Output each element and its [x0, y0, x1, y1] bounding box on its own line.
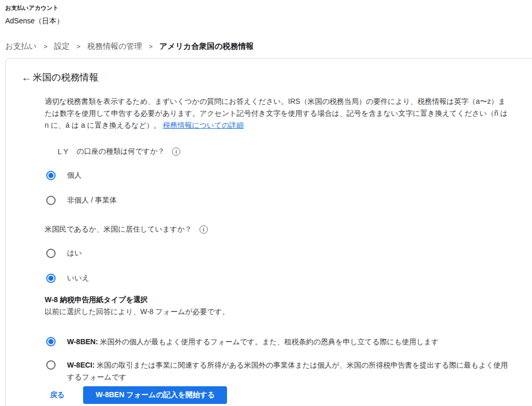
intro-text: 適切な税務書類を表示するため、まずいくつかの質問にお答えください。IRS（米国の…	[45, 97, 508, 129]
radio-icon[interactable]	[46, 337, 56, 346]
start-w8ben-form-button[interactable]: W-8BEN フォームの記入を開始する	[83, 386, 227, 404]
radio-option-w8eci[interactable]: W-8ECI: 米国の取引または事業に関連する所得がある米国外の事業体または個人…	[46, 359, 512, 383]
tax-info-details-link[interactable]: 税務情報についての詳細	[163, 121, 244, 129]
radio-icon[interactable]	[46, 360, 56, 370]
question-account-type-text: の口座の種類は何ですか？	[76, 147, 165, 156]
radio-label: W-8BEN: 米国外の個人が最もよく使用するフォームです。また、租税条約の恩典…	[67, 336, 438, 348]
page-title: 米国の税務情報	[33, 71, 98, 84]
breadcrumb-payments[interactable]: お支払い	[5, 42, 37, 51]
radio-label: いいえ	[67, 274, 89, 283]
card-content: 適切な税務書類を表示するため、まずいくつかの質問にお答えください。IRS（米国の…	[45, 96, 512, 404]
chevron-right-icon: >	[149, 43, 153, 50]
chevron-right-icon: >	[44, 43, 48, 50]
radio-icon[interactable]	[46, 196, 56, 205]
w8-type-subtext: 以前に選択した回答により、W-8 フォームが必要です。	[45, 307, 512, 316]
w8-type-heading: W-8 納税申告用紙タイプを選択	[45, 295, 512, 304]
card-title-row: ← 米国の税務情報	[21, 71, 532, 84]
back-arrow-icon[interactable]: ←	[21, 72, 33, 83]
question-us-resident: 米国民であるか、米国に居住していますか？ i	[45, 225, 512, 234]
breadcrumb-tax-info-management[interactable]: 税務情報の管理	[87, 42, 142, 51]
us-tax-info-card: ← 米国の税務情報 適切な税務書類を表示するため、まずいくつかの質問にお答えくだ…	[5, 58, 532, 406]
radio-label: W-8ECI: 米国の取引または事業に関連する所得がある米国外の事業体または個人…	[67, 359, 512, 383]
payments-account-name: AdSense（日本）	[5, 17, 532, 26]
radio-label: 個人	[67, 171, 82, 180]
intro-paragraph: 適切な税務書類を表示するため、まずいくつかの質問にお答えください。IRS（米国の…	[45, 96, 512, 131]
info-icon[interactable]: i	[172, 147, 180, 156]
radio-option-yes[interactable]: はい	[46, 249, 512, 258]
w8eci-label-bold: W-8ECI:	[67, 361, 95, 369]
chevron-right-icon: >	[76, 43, 81, 50]
w8eci-label-rest: 米国の取引または事業に関連する所得がある米国外の事業体または個人が、米国の所得税…	[67, 361, 508, 381]
radio-label: はい	[67, 249, 82, 258]
breadcrumb-settings[interactable]: 設定	[54, 42, 70, 51]
radio-option-w8ben[interactable]: W-8BEN: 米国外の個人が最もよく使用するフォームです。また、租税条約の恩典…	[46, 336, 512, 348]
radio-icon[interactable]	[46, 274, 56, 283]
w8ben-label-rest: 米国外の個人が最もよく使用するフォームです。また、租税条約の恩典を申し立てる際に…	[98, 337, 439, 346]
w8ben-label-bold: W-8BEN:	[67, 337, 98, 346]
radio-option-individual[interactable]: 個人	[46, 171, 512, 180]
breadcrumb: お支払い > 設定 > 税務情報の管理 > アメリカ合衆国の税務情報	[5, 42, 532, 51]
info-icon[interactable]: i	[200, 225, 208, 234]
back-button[interactable]: 戻る	[50, 390, 64, 400]
radio-label: 非個人 / 事業体	[67, 196, 117, 205]
actions-row: 戻る W-8BEN フォームの記入を開始する	[50, 386, 512, 404]
breadcrumb-current-us-tax-info: アメリカ合衆国の税務情報	[159, 42, 254, 51]
question-account-type: L Y の口座の種類は何ですか？ i	[58, 147, 512, 156]
payments-account-header: お支払いアカウント AdSense（日本）	[0, 0, 532, 26]
radio-option-non-individual[interactable]: 非個人 / 事業体	[46, 196, 512, 205]
payments-account-label: お支払いアカウント	[5, 4, 532, 12]
radio-option-no[interactable]: いいえ	[46, 274, 512, 283]
radio-icon[interactable]	[46, 171, 56, 180]
payee-name-abbrev: L Y	[58, 147, 68, 156]
radio-icon[interactable]	[46, 249, 56, 258]
question-us-resident-text: 米国民であるか、米国に居住していますか？	[45, 225, 192, 234]
